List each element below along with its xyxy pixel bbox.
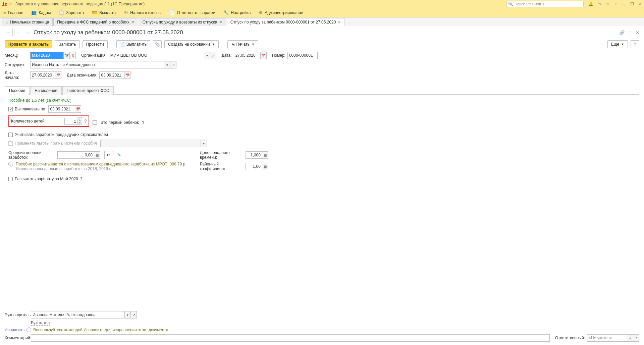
number-label: Номер:: [272, 53, 285, 58]
help-button[interactable]: ?: [631, 40, 639, 48]
main-menu: ≡Главное 👥Кадры 📋Зарплата 💳Выплаты %Нало…: [0, 8, 644, 17]
post-button[interactable]: Провести: [83, 40, 108, 48]
back-button[interactable]: ←: [5, 29, 13, 36]
tab-leaves[interactable]: Отпуска по уходу и возвраты из отпуска✕: [139, 18, 226, 26]
help-icon[interactable]: ?: [80, 177, 83, 181]
minimize-icon[interactable]: —: [622, 2, 626, 6]
first-child-label: Это первый ребенок: [100, 120, 139, 125]
ptab-pilot[interactable]: Пилотный проект ФСС: [62, 86, 114, 95]
pay-until-date-input[interactable]: 03.09.2021: [48, 105, 75, 113]
calendar-icon[interactable]: 📅: [64, 52, 70, 59]
favorite-star-icon[interactable]: ☆: [25, 30, 30, 36]
save-button[interactable]: Записать: [55, 40, 79, 48]
children-label: Количество детей:: [11, 119, 46, 124]
open-icon[interactable]: ↗: [210, 52, 216, 59]
stepper-icon[interactable]: ⇅: [70, 52, 76, 59]
menu-reports[interactable]: 📄Отчетность, справки: [169, 10, 215, 15]
tab-panel: Пособия Начисления Пилотный проект ФСС П…: [5, 86, 639, 249]
create-from-button[interactable]: Создать на основании▼: [164, 40, 218, 48]
close-icon[interactable]: ✕: [338, 20, 341, 24]
parttime-input[interactable]: 1,000: [246, 151, 262, 159]
clip-icon: 📎: [155, 42, 160, 47]
apply-benefits-input: [100, 140, 201, 147]
parttime-label: Доля неполного времени:: [200, 150, 244, 160]
dropdown-icon[interactable]: ▾: [164, 61, 170, 68]
ptab-accruals[interactable]: Начисления: [30, 86, 62, 95]
refresh-button[interactable]: ⟳: [104, 151, 113, 159]
avg-daily-label: Средний дневной заработок:: [8, 150, 55, 160]
global-search-input[interactable]: 🔍 Поиск Ctrl+Shift+F: [506, 1, 584, 7]
menu-payments[interactable]: 💳Выплаты: [92, 10, 116, 15]
calendar-icon[interactable]: 📅: [55, 71, 61, 79]
org-input[interactable]: МИР ЦВЕТОВ ООО: [109, 52, 204, 59]
calendar-icon[interactable]: 📅: [261, 52, 267, 59]
month-input[interactable]: Май 2020: [30, 52, 64, 59]
employee-input[interactable]: Иванова Наталья Александровна: [30, 61, 164, 68]
prev-insurers-checkbox[interactable]: [8, 133, 13, 137]
children-count-input[interactable]: [64, 118, 78, 125]
date-input[interactable]: 27.05.2020: [234, 52, 261, 59]
kebab-icon[interactable]: ⋮: [628, 30, 632, 35]
print-button[interactable]: 🖨Печать▼: [227, 40, 258, 48]
district-input[interactable]: 1,00: [246, 163, 262, 170]
calc-icon[interactable]: ▦: [94, 151, 100, 159]
highlighted-children-count: Количество детей: ▲ ▼ ?: [8, 115, 89, 127]
apply-benefits-label: Применять льготы при начислении пособия: [15, 141, 97, 146]
help-icon[interactable]: ?: [84, 119, 87, 124]
history-icon[interactable]: ↻: [598, 2, 601, 6]
pay-until-label: Выплачивать по: [15, 107, 45, 111]
link-icon[interactable]: 🔗: [619, 30, 625, 35]
pay-until-checkbox[interactable]: [8, 107, 13, 111]
spinner-down-icon[interactable]: ▼: [78, 121, 82, 125]
bell-icon[interactable]: 🔔: [588, 2, 593, 6]
end-date-input[interactable]: 03.09.2021: [99, 71, 124, 79]
first-child-checkbox[interactable]: [93, 120, 97, 125]
pay-button[interactable]: 📄Выплатить: [116, 40, 151, 48]
start-date-input[interactable]: 27.05.2020: [30, 71, 55, 79]
close-icon[interactable]: ✕: [219, 20, 222, 24]
avg-daily-input[interactable]: 0,00: [57, 151, 94, 159]
spinner-up-icon[interactable]: ▲: [78, 118, 82, 121]
calendar-icon[interactable]: 📅: [124, 71, 130, 79]
info-line1: Пособие рассчитывается с использованием …: [16, 162, 186, 166]
menu-settings[interactable]: 🔧Настройка: [223, 10, 251, 15]
prev-insurers-label: Учитывать заработок предыдущих страховат…: [15, 132, 108, 137]
forward-button[interactable]: →: [14, 29, 22, 36]
tab-fss[interactable]: Передача в ФСС сведений о пособиях✕: [53, 18, 138, 26]
hamburger-icon[interactable]: ≡: [9, 1, 12, 7]
close-window-icon[interactable]: ✕: [639, 2, 642, 6]
open-icon[interactable]: ↗: [170, 61, 176, 68]
calendar-icon[interactable]: 📅: [75, 105, 81, 113]
maximize-icon[interactable]: ❐: [630, 2, 634, 6]
number-input[interactable]: 0000-000001: [287, 52, 318, 59]
more-button[interactable]: Еще▼: [607, 40, 628, 48]
menu-personnel[interactable]: 👥Кадры: [31, 10, 51, 15]
menu-admin[interactable]: ⚙Администрирование: [259, 10, 303, 15]
recalc-checkbox[interactable]: [8, 177, 13, 181]
close-icon[interactable]: ✕: [131, 20, 135, 24]
menu-burger[interactable]: ≡Главное: [3, 10, 23, 15]
close-page-icon[interactable]: ✕: [636, 30, 639, 35]
info-line2: Использованы данные о заработке за 2018,…: [16, 166, 186, 171]
menu-taxes[interactable]: %Налоги и взносы: [124, 10, 162, 15]
month-label: Месяц:: [5, 53, 28, 58]
calc-icon[interactable]: ▦: [262, 163, 268, 170]
ptab-benefits[interactable]: Пособия: [5, 86, 30, 95]
edit-pencil-icon[interactable]: ✎: [118, 153, 121, 157]
tab-start[interactable]: ⌂Начальная страница: [2, 18, 53, 26]
calc-icon[interactable]: ▦: [262, 151, 268, 159]
post-and-close-button[interactable]: Провести и закрыть: [5, 40, 52, 48]
settings-icon[interactable]: ≡: [614, 2, 617, 6]
title-icons: 🔔 ↻ ☆ ≡ — ❐ ✕: [588, 2, 642, 6]
title-bar: 1e ≡ Зарплата и управление персоналом, р…: [0, 0, 644, 8]
app-title: Зарплата и управление персоналом, редакц…: [15, 2, 506, 6]
page-header: ← → ☆ Отпуск по уходу за ребенком 0000-0…: [0, 26, 644, 39]
star-icon[interactable]: ☆: [606, 2, 610, 6]
search-icon: 🔍: [508, 2, 513, 6]
attach-button[interactable]: 📎: [153, 40, 162, 48]
document-tabs: ⌂Начальная страница Передача в ФСС сведе…: [0, 17, 644, 26]
help-icon[interactable]: ?: [142, 120, 145, 125]
tab-current[interactable]: Отпуск по уходу за ребенком 0000-000001 …: [227, 18, 345, 26]
menu-salary[interactable]: 📋Зарплата: [59, 10, 84, 15]
dropdown-icon[interactable]: ▾: [204, 52, 210, 59]
